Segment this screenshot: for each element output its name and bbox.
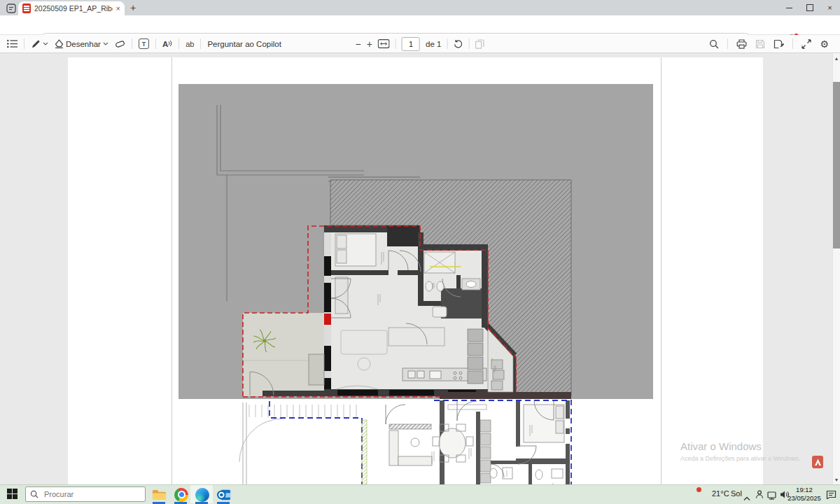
read-aloud-button[interactable]: A [162,40,172,48]
highlight-pen-button[interactable] [31,39,48,49]
pdf-toolbar-right: ⚙ [709,35,829,52]
adobe-acrobat-icon[interactable] [812,456,823,468]
divider [200,38,201,49]
pdf-viewer: Ativar o Windows Aceda a Definições para… [0,53,840,484]
add-text-icon[interactable]: T [139,38,149,49]
window-close-button[interactable]: × [820,0,840,15]
divider [447,38,447,49]
sound-waves-icon [168,40,172,47]
ask-copilot-button[interactable]: Perguntar ao Copilot [207,40,281,48]
page-count-label: de 1 [426,40,441,48]
address-bar: Ficheiro C:/Users/Paulo%20Paredes/Deskto… [0,15,840,35]
divider [178,38,179,49]
search-icon[interactable] [709,39,719,49]
windows-logo-icon [7,489,18,499]
table-of-contents-icon[interactable] [7,39,18,48]
divider [468,38,469,49]
edge-browser-window: 20250509 EP1_AP_Ribeiro's_Fraçã × + × Fi… [0,0,840,504]
clock-date: 23/05/2025 [785,494,823,503]
edge-icon[interactable] [193,486,211,503]
pdf-toolbar-left: Desenhar T A ab Perguntar ao Copilot [7,35,281,52]
floor-plan-page [0,53,832,484]
green-hatch-strip [362,420,367,484]
draw-button[interactable]: Desenhar [55,39,108,48]
chevron-down-icon [43,42,48,46]
divider [792,38,793,49]
red-marker [324,314,331,325]
tab-close-icon[interactable]: × [116,5,120,13]
scrollbar-down-icon[interactable]: ▼ [833,476,840,483]
page-number-input[interactable] [402,37,420,51]
divider [24,38,24,49]
outlook-icon[interactable] [215,486,233,503]
file-explorer-icon[interactable] [150,486,168,503]
divider [155,38,156,49]
new-tab-button[interactable]: + [130,2,136,13]
taskbar-search[interactable] [25,486,146,502]
taskbar-clock[interactable]: 19:12 23/05/2025 [785,486,823,503]
zoom-in-icon[interactable]: + [367,39,372,49]
tab-actions-icon[interactable] [6,3,16,13]
tab-bar: 20250509 EP1_AP_Ribeiro's_Fraçã × + × [0,0,840,15]
window-restore-button[interactable] [799,0,820,15]
read-aloud-glyph: A [162,40,168,48]
chevron-down-icon [103,42,108,46]
divider [727,38,728,49]
eraser-icon[interactable] [115,39,125,48]
settings-gear-icon[interactable]: ⚙ [820,39,829,49]
clock-time: 19:12 [785,486,823,494]
tray-chevron-up-icon[interactable] [743,491,750,504]
page-view-icon[interactable] [475,39,484,49]
active-tab[interactable]: 20250509 EP1_AP_Ribeiro's_Fraçã × [18,1,125,15]
highlighter-icon [55,39,64,48]
zoom-out-icon[interactable]: − [356,39,361,49]
taskbar-search-input[interactable] [43,489,130,499]
window-controls: × [779,0,840,15]
save-icon[interactable] [755,39,765,49]
pdf-toolbar-center: − + de 1 [356,35,485,52]
text-extract-icon[interactable]: ab [186,40,194,48]
scrollbar-thumb[interactable] [833,82,840,248]
print-icon[interactable] [736,39,747,49]
pen-icon [31,39,41,49]
notification-center-icon[interactable] [826,489,836,502]
tray-network-icon[interactable] [767,490,778,503]
tab-title: 20250509 EP1_AP_Ribeiro's_Fraçã [34,4,113,13]
pdf-file-icon [22,4,31,13]
save-as-icon[interactable] [774,39,784,49]
fit-width-icon[interactable] [378,39,390,48]
weather-temp[interactable]: 21°C [712,489,729,498]
window-minimize-button[interactable] [779,0,799,15]
chrome-icon[interactable] [172,486,190,503]
draw-label: Desenhar [66,40,101,48]
fullscreen-icon[interactable] [802,39,811,49]
divider [132,38,132,49]
tray-people-icon[interactable] [755,489,764,502]
weather-condition[interactable]: Sol [731,489,742,498]
scrollbar-up-icon[interactable]: ▲ [833,55,840,62]
divider [396,38,396,49]
rotate-icon[interactable] [453,39,463,49]
start-button[interactable] [7,489,18,500]
search-icon [30,490,38,498]
